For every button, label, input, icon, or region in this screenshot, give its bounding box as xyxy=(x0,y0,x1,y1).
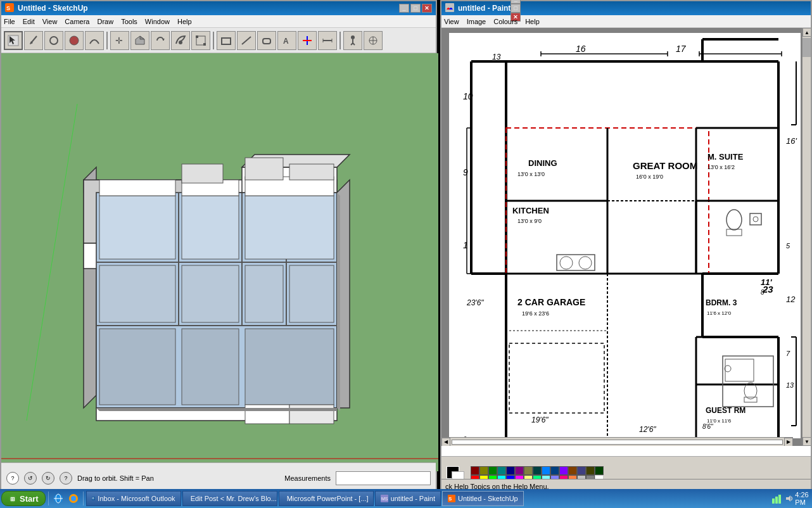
paint-maximize-button[interactable]: □ xyxy=(511,4,521,13)
toolbar-separator-2 xyxy=(213,32,214,49)
quick-launch-firefox[interactable] xyxy=(67,492,80,505)
color-swatch[interactable] xyxy=(524,466,533,475)
toolbar-circle[interactable] xyxy=(44,31,63,50)
toolbar-separator-1 xyxy=(106,32,108,49)
toolbar-pencil[interactable] xyxy=(24,31,43,50)
sketchup-title: Untitled - SketchUp xyxy=(18,4,88,13)
paint-menu-colours[interactable]: Colours xyxy=(493,18,517,25)
toolbar-rotate[interactable] xyxy=(151,31,170,50)
menu-draw[interactable]: Draw xyxy=(97,18,113,25)
svg-rect-210 xyxy=(772,498,775,504)
taskbar-sketchup[interactable]: S Untitled - SketchUp xyxy=(442,491,524,506)
quick-launch-ie[interactable] xyxy=(51,492,65,505)
svg-point-12 xyxy=(179,41,182,44)
svg-rect-77 xyxy=(99,196,175,259)
measurements-input[interactable] xyxy=(336,471,431,485)
svg-text:GUEST RM: GUEST RM xyxy=(706,406,745,415)
toolbar-line[interactable] xyxy=(237,31,256,50)
svg-rect-87 xyxy=(99,180,175,196)
paint-menu-view[interactable]: View xyxy=(444,18,459,25)
sketchup-canvas[interactable] xyxy=(1,53,438,471)
status-icon-2[interactable]: ↺ xyxy=(24,472,37,485)
toolbar-select[interactable] xyxy=(4,31,23,50)
taskbar-powerpoint[interactable]: P Microsoft PowerPoint - [...] xyxy=(279,491,374,506)
taskbar-powerpoint-label: Microsoft PowerPoint - [...] xyxy=(287,495,369,502)
toolbar-rectangle[interactable] xyxy=(217,31,236,50)
close-button[interactable]: ✕ xyxy=(422,4,432,13)
svg-rect-18 xyxy=(263,39,270,44)
color-swatch[interactable] xyxy=(568,466,577,475)
taskbar-paint[interactable]: MSP untitled - Paint xyxy=(375,491,441,506)
sketchup-statusbar: ? ↺ ↻ ? Drag to orbit. Shift = Pan Measu… xyxy=(1,462,436,493)
color-swatch[interactable] xyxy=(506,466,515,475)
color-swatch[interactable] xyxy=(550,466,559,475)
menu-file[interactable]: File xyxy=(4,18,15,25)
svg-rect-15 xyxy=(203,43,206,46)
menu-view[interactable]: View xyxy=(42,18,58,25)
svg-rect-97 xyxy=(445,3,454,12)
svg-text:5: 5 xyxy=(786,242,790,250)
menu-edit[interactable]: Edit xyxy=(23,18,35,25)
paint-icon xyxy=(445,3,454,14)
menu-help[interactable]: Help xyxy=(177,18,192,25)
sketchup-status-text: Drag to orbit. Shift = Pan xyxy=(77,474,154,482)
toolbar-dimensions[interactable] xyxy=(318,31,337,50)
taskbar-outlook[interactable]: O Inbox - Microsoft Outlook xyxy=(86,491,181,506)
toolbar-move[interactable]: ✛ xyxy=(110,31,129,50)
toolbar-tape[interactable] xyxy=(257,31,276,50)
svg-text:16'0 x 19'0: 16'0 x 19'0 xyxy=(636,174,663,180)
color-swatch[interactable] xyxy=(595,466,604,475)
toolbar-lookaround[interactable] xyxy=(364,31,383,50)
svg-text:KITCHEN: KITCHEN xyxy=(512,206,549,215)
color-swatch[interactable] xyxy=(559,466,568,475)
toolbar-walk[interactable] xyxy=(343,31,362,50)
status-icon-4[interactable]: ? xyxy=(60,472,72,485)
svg-rect-83 xyxy=(289,265,334,322)
svg-text:13: 13 xyxy=(492,53,501,61)
svg-text:A: A xyxy=(283,37,289,46)
status-icon-1[interactable]: ? xyxy=(6,472,19,485)
paint-scrollbar-bottom[interactable]: ◀ ▶ xyxy=(441,437,793,446)
svg-text:13'0 x 16'2: 13'0 x 16'2 xyxy=(707,164,735,170)
toolbar-scale[interactable] xyxy=(191,31,210,50)
color-swatch[interactable] xyxy=(497,466,506,475)
paint-titlebar: untitled - Paint _ □ ✕ xyxy=(441,1,811,15)
color-swatch[interactable] xyxy=(542,466,550,475)
minimize-button[interactable]: _ xyxy=(399,4,409,13)
start-button[interactable]: ⊞ Start xyxy=(1,491,46,506)
color-swatch[interactable] xyxy=(577,466,586,475)
toolbar-arc[interactable] xyxy=(85,31,104,50)
menu-tools[interactable]: Tools xyxy=(121,18,137,25)
svg-text:17: 17 xyxy=(676,44,687,54)
paint-menu-help[interactable]: Help xyxy=(525,18,540,25)
sys-tray-network[interactable] xyxy=(771,493,782,504)
taskbar-blog[interactable]: W Edit Post < Mr. Drew's Blo... xyxy=(182,491,277,506)
svg-text:DINING: DINING xyxy=(528,158,557,168)
paint-menu-image[interactable]: Image xyxy=(467,18,486,25)
color-swatch[interactable] xyxy=(533,466,542,475)
paint-scrollbar-right[interactable]: ▲ ▼ xyxy=(802,28,811,446)
svg-marker-96 xyxy=(337,193,340,411)
color-swatch[interactable] xyxy=(479,466,488,475)
maximize-button[interactable]: □ xyxy=(410,4,421,13)
toolbar-followme[interactable] xyxy=(171,31,190,50)
toolbar-push[interactable] xyxy=(130,31,149,50)
menu-window[interactable]: Window xyxy=(145,18,170,25)
measurements-label: Measurements xyxy=(284,474,331,482)
toolbar-paint[interactable] xyxy=(65,31,84,50)
svg-text:M. SUITE: M. SUITE xyxy=(707,152,744,162)
paint-canvas[interactable]: DINING 13'0 x 13'0 KITCHEN 13'0 x 9'0 GR… xyxy=(449,33,801,438)
svg-text:10: 10 xyxy=(463,91,473,101)
toolbar-text[interactable]: A xyxy=(277,31,296,50)
menu-camera[interactable]: Camera xyxy=(65,18,89,25)
color-swatch[interactable] xyxy=(515,466,524,475)
color-swatch[interactable] xyxy=(586,466,595,475)
svg-text:✛: ✛ xyxy=(115,35,123,46)
svg-rect-89 xyxy=(182,164,223,183)
color-swatch[interactable] xyxy=(488,466,497,475)
sys-tray-volume[interactable] xyxy=(784,493,794,504)
svg-text:S: S xyxy=(6,5,10,11)
status-icon-3[interactable]: ↻ xyxy=(42,472,54,485)
color-swatch[interactable] xyxy=(471,466,479,475)
toolbar-axes[interactable] xyxy=(298,31,317,50)
